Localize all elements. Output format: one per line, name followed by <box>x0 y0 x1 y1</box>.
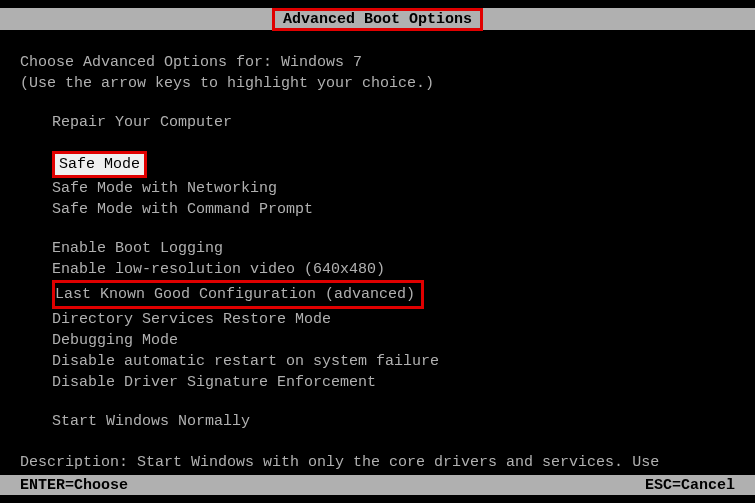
title-highlight-box: Advanced Boot Options <box>272 8 483 31</box>
prompt-line-1: Choose Advanced Options for: Windows 7 <box>20 52 735 73</box>
option-safe-mode[interactable]: Safe Mode <box>55 154 144 175</box>
option-start-normally[interactable]: Start Windows Normally <box>52 411 735 432</box>
option-boot-logging[interactable]: Enable Boot Logging <box>52 238 735 259</box>
option-disable-auto-restart[interactable]: Disable automatic restart on system fail… <box>52 351 735 372</box>
description-label: Description: <box>20 454 128 471</box>
description-text-line1: Start Windows with only the core drivers… <box>137 454 659 471</box>
option-debugging-mode[interactable]: Debugging Mode <box>52 330 735 351</box>
option-last-known-box: Last Known Good Configuration (advanced) <box>52 280 424 309</box>
prompt-line-2: (Use the arrow keys to highlight your ch… <box>20 73 735 94</box>
option-safe-mode-cmd[interactable]: Safe Mode with Command Prompt <box>52 199 735 220</box>
option-repair-computer[interactable]: Repair Your Computer <box>52 112 735 133</box>
option-low-res-video[interactable]: Enable low-resolution video (640x480) <box>52 259 735 280</box>
option-safe-mode-box: Safe Mode <box>52 151 147 178</box>
footer-bar: ENTER=Choose ESC=Cancel <box>0 475 755 495</box>
option-ds-restore[interactable]: Directory Services Restore Mode <box>52 309 735 330</box>
footer-enter-hint: ENTER=Choose <box>20 477 128 494</box>
footer-esc-hint: ESC=Cancel <box>645 477 735 494</box>
option-last-known-good[interactable]: Last Known Good Configuration (advanced) <box>55 284 415 305</box>
option-disable-driver-sig[interactable]: Disable Driver Signature Enforcement <box>52 372 735 393</box>
option-safe-mode-networking[interactable]: Safe Mode with Networking <box>52 178 735 199</box>
page-title: Advanced Boot Options <box>283 11 472 28</box>
content-area: Choose Advanced Options for: Windows 7 (… <box>0 30 755 494</box>
title-bar: Advanced Boot Options <box>0 8 755 30</box>
